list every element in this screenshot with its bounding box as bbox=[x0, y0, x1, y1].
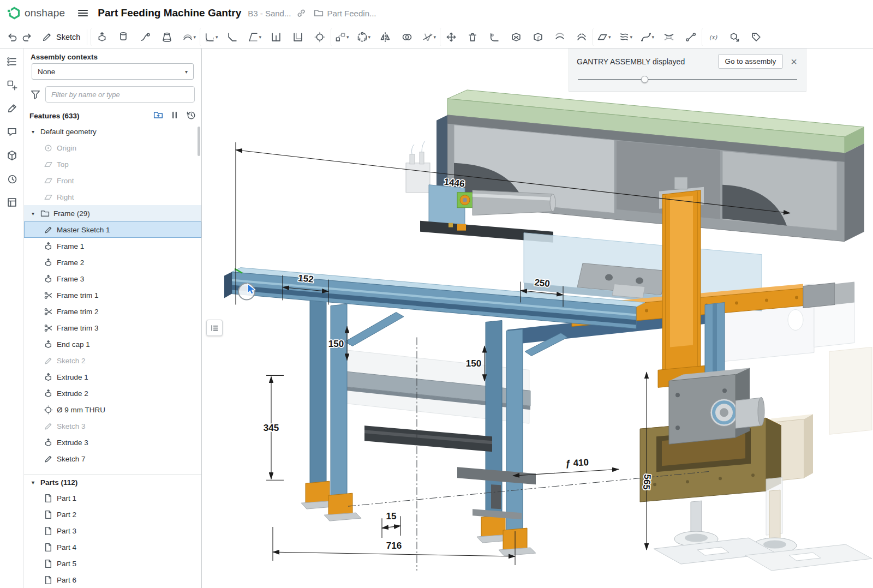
model-viewport[interactable]: 1446 152 250 150 150 345 ƒ 410 bbox=[202, 49, 873, 588]
part-row-part-6[interactable]: Part 6 bbox=[24, 572, 201, 588]
feature-row-frame-29[interactable]: ▾Frame (29) bbox=[24, 205, 201, 221]
tool-offset-surface[interactable] bbox=[571, 28, 593, 46]
tool-circular-pattern[interactable]: ▾ bbox=[352, 28, 374, 46]
rail-history-button[interactable] bbox=[4, 171, 20, 187]
tool-thicken[interactable]: ▾ bbox=[178, 28, 200, 46]
tool-plane-caret-icon[interactable]: ▾ bbox=[608, 34, 611, 40]
suppress-button[interactable] bbox=[170, 110, 180, 122]
tool-shell[interactable] bbox=[287, 28, 309, 46]
caret-down-icon[interactable]: ▾ bbox=[29, 129, 37, 135]
tool-fit-spline[interactable]: ▾ bbox=[636, 28, 658, 46]
tool-draft-caret-icon[interactable]: ▾ bbox=[259, 34, 262, 40]
tool-transform[interactable] bbox=[440, 28, 462, 46]
tool-replace-face[interactable] bbox=[549, 28, 571, 46]
tool-bridging-curve[interactable] bbox=[680, 28, 702, 46]
tool-fillet[interactable]: ▾ bbox=[200, 28, 222, 46]
tool-split-caret-icon[interactable]: ▾ bbox=[434, 34, 436, 40]
dim-150a[interactable]: 150 bbox=[328, 339, 344, 349]
onshape-logo[interactable]: onshape bbox=[7, 6, 65, 20]
feature-row-extrude-1[interactable]: Extrude 1 bbox=[24, 369, 201, 385]
z-axis-tower[interactable] bbox=[658, 177, 705, 388]
tool-variable[interactable]: (x) bbox=[702, 28, 723, 46]
feature-row-end-cap-1[interactable]: End cap 1 bbox=[24, 336, 201, 352]
tool-helix-caret-icon[interactable]: ▾ bbox=[630, 34, 633, 40]
feature-row-sketch-2[interactable]: Sketch 2 bbox=[24, 352, 201, 369]
tool-sweep[interactable] bbox=[134, 28, 156, 46]
parts-header[interactable]: ▾ Parts (112) bbox=[24, 475, 201, 490]
main-menu-button[interactable] bbox=[76, 6, 90, 20]
tool-fit-spline-caret-icon[interactable]: ▾ bbox=[652, 34, 655, 40]
gantry-housing[interactable] bbox=[436, 90, 864, 242]
tool-mirror[interactable] bbox=[374, 28, 396, 46]
feature-row-frame-1[interactable]: Frame 1 bbox=[24, 238, 201, 254]
toast-close-icon[interactable]: × bbox=[790, 56, 798, 67]
create-folder-button[interactable] bbox=[153, 110, 163, 122]
feature-row-frame-2[interactable]: Frame 2 bbox=[24, 254, 201, 271]
tool-circular-pattern-caret-icon[interactable]: ▾ bbox=[368, 34, 371, 40]
rollback-slider[interactable] bbox=[577, 76, 798, 83]
feature-row-right[interactable]: Right bbox=[24, 189, 201, 205]
share-link-icon[interactable] bbox=[296, 8, 306, 18]
tool-modify-fillet[interactable] bbox=[483, 28, 505, 46]
dim-152[interactable]: 152 bbox=[298, 273, 314, 285]
feature-row-9-mm-thru[interactable]: Ø 9 mm THRU bbox=[24, 401, 201, 418]
rail-appearance-button[interactable] bbox=[4, 101, 20, 116]
tool-linear-pattern[interactable]: ▾ bbox=[331, 28, 352, 46]
tool-plane[interactable]: ▾ bbox=[593, 28, 614, 46]
dim-250[interactable]: 250 bbox=[534, 277, 550, 289]
feature-row-default-geometry[interactable]: ▾Default geometry bbox=[24, 123, 201, 140]
feature-row-extrude-2[interactable]: Extrude 2 bbox=[24, 385, 201, 401]
feature-filter-input[interactable] bbox=[45, 86, 195, 103]
part-row-part-1[interactable]: Part 1 bbox=[24, 490, 201, 506]
tool-projected-curve[interactable] bbox=[658, 28, 680, 46]
part-row-part-5[interactable]: Part 5 bbox=[24, 555, 201, 572]
part-row-part-4[interactable]: Part 4 bbox=[24, 539, 201, 555]
tool-fillet-caret-icon[interactable]: ▾ bbox=[216, 34, 218, 40]
rail-export-button[interactable] bbox=[4, 148, 20, 163]
tool-revolve[interactable] bbox=[112, 28, 134, 46]
assembly-context-select[interactable]: None ▾ bbox=[32, 63, 194, 80]
feature-row-frame-trim-3[interactable]: Frame trim 3 bbox=[24, 320, 201, 336]
tool-derived[interactable] bbox=[723, 28, 745, 46]
tool-hole[interactable] bbox=[309, 28, 331, 46]
redo-button[interactable] bbox=[20, 29, 35, 45]
rail-comments-button[interactable] bbox=[4, 124, 20, 140]
workspace-chip[interactable]: Part Feedin... bbox=[314, 8, 376, 18]
tool-split[interactable]: ▾ bbox=[418, 28, 440, 46]
model-canvas[interactable]: 1446 152 250 150 150 345 ƒ 410 bbox=[202, 49, 873, 588]
feature-row-sketch-3[interactable]: Sketch 3 bbox=[24, 418, 201, 434]
rail-configurations-button[interactable] bbox=[4, 195, 20, 210]
caret-down-icon[interactable]: ▾ bbox=[29, 211, 37, 217]
slider-handle[interactable] bbox=[641, 76, 648, 83]
tool-draft[interactable]: ▾ bbox=[243, 28, 265, 46]
tool-rib[interactable] bbox=[265, 28, 287, 46]
tool-linear-pattern-caret-icon[interactable]: ▾ bbox=[346, 34, 349, 40]
caret-down-icon[interactable]: ▾ bbox=[29, 479, 37, 485]
sketch-button[interactable]: Sketch bbox=[37, 29, 87, 45]
dim-565[interactable]: 565 bbox=[641, 474, 653, 490]
feature-row-frame-trim-1[interactable]: Frame trim 1 bbox=[24, 287, 201, 303]
feature-row-front[interactable]: Front bbox=[24, 172, 201, 189]
dim-410[interactable]: ƒ 410 bbox=[565, 457, 589, 469]
go-to-assembly-button[interactable]: Go to assembly bbox=[718, 54, 784, 69]
tool-chamfer[interactable] bbox=[222, 28, 243, 46]
feature-row-frame-3[interactable]: Frame 3 bbox=[24, 271, 201, 287]
tool-helix[interactable]: ▾ bbox=[614, 28, 636, 46]
tool-loft[interactable] bbox=[156, 28, 178, 46]
dim-150b[interactable]: 150 bbox=[466, 358, 481, 369]
feature-list-toggle-button[interactable] bbox=[206, 320, 223, 336]
feature-row-top[interactable]: Top bbox=[24, 156, 201, 172]
feature-row-origin[interactable]: Origin bbox=[24, 140, 201, 156]
filter-funnel-icon[interactable] bbox=[31, 89, 40, 99]
slider-track[interactable] bbox=[578, 79, 797, 80]
rail-insert-button[interactable] bbox=[4, 77, 20, 93]
feature-row-extrude-3[interactable]: Extrude 3 bbox=[24, 434, 201, 451]
tool-delete-face[interactable] bbox=[505, 28, 527, 46]
tool-tag[interactable] bbox=[745, 28, 767, 46]
frame-structure[interactable] bbox=[224, 268, 645, 556]
tool-thicken-caret-icon[interactable]: ▾ bbox=[194, 34, 196, 40]
dim-716[interactable]: 716 bbox=[386, 541, 402, 551]
dim-15[interactable]: 15 bbox=[386, 511, 397, 521]
tree-scrollbar[interactable] bbox=[198, 127, 200, 156]
tool-extrude[interactable] bbox=[91, 28, 112, 46]
